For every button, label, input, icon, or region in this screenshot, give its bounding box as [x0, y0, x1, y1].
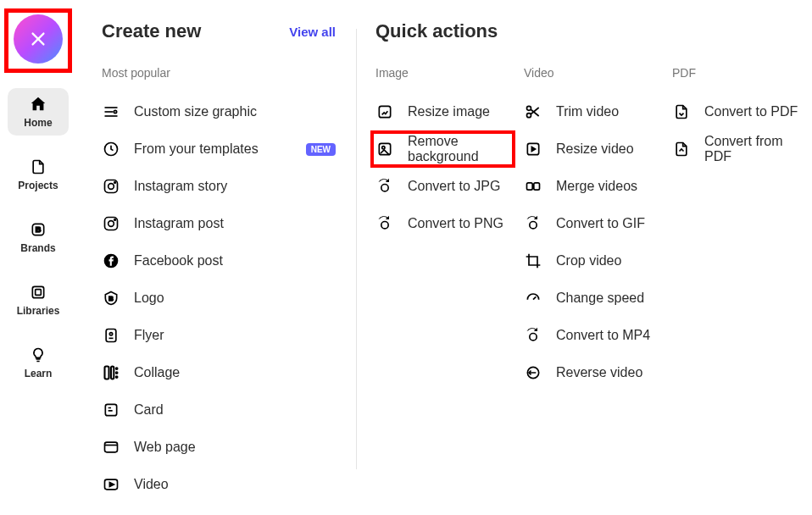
- item-label: Instagram story: [134, 179, 227, 194]
- create-item-custom-size[interactable]: Custom size graphic: [102, 93, 336, 130]
- close-button[interactable]: [14, 14, 63, 64]
- svg-rect-5: [36, 290, 42, 296]
- item-label: Card: [134, 402, 164, 418]
- svg-point-16: [114, 219, 116, 221]
- pdf-icon: [672, 140, 691, 158]
- item-label: Convert to JPG: [408, 179, 500, 194]
- nav-home[interactable]: Home: [8, 88, 69, 136]
- qa-convert-from-pdf[interactable]: Convert from PDF: [672, 130, 812, 168]
- svg-rect-23: [111, 367, 114, 379]
- qa-remove-background[interactable]: Remove background: [370, 130, 515, 168]
- view-all-link[interactable]: View all: [289, 25, 336, 39]
- svg-marker-31: [109, 483, 114, 487]
- qa-convert-mp4[interactable]: Convert to MP4: [524, 317, 664, 354]
- svg-point-20: [109, 333, 112, 335]
- qa-crop-video[interactable]: Crop video: [524, 242, 664, 280]
- svg-point-45: [530, 222, 537, 229]
- nav-learn[interactable]: Learn: [8, 339, 69, 386]
- item-label: Video: [134, 477, 169, 492]
- qa-convert-png[interactable]: Convert to PNG: [375, 205, 515, 242]
- qa-convert-jpg[interactable]: Convert to JPG: [375, 168, 515, 205]
- spacer: [524, 20, 664, 42]
- qa-reverse-video[interactable]: Reverse video: [524, 354, 664, 391]
- svg-text:B: B: [36, 225, 42, 234]
- instagram-icon: [102, 177, 120, 196]
- custom-size-icon: [102, 102, 120, 121]
- svg-rect-22: [105, 367, 109, 379]
- item-label: Custom size graphic: [134, 104, 257, 119]
- nav-projects[interactable]: Projects: [8, 151, 69, 198]
- svg-point-38: [527, 114, 531, 118]
- qa-resize-image[interactable]: Resize image: [375, 93, 515, 130]
- svg-text:B: B: [108, 295, 114, 302]
- svg-point-25: [116, 372, 118, 374]
- item-label: Instagram post: [134, 216, 224, 231]
- svg-point-24: [116, 368, 118, 369]
- create-title: Create new: [102, 20, 201, 42]
- item-label: Resize image: [408, 104, 490, 119]
- create-item-webpage[interactable]: Web page: [102, 429, 336, 466]
- create-item-ig-story[interactable]: Instagram story: [102, 168, 336, 205]
- quick-video-group: Video Trim video Resize video Merge vide…: [524, 20, 664, 515]
- item-label: Change speed: [556, 291, 644, 306]
- lightbulb-icon: [29, 346, 47, 364]
- create-item-ig-post[interactable]: Instagram post: [102, 205, 336, 242]
- crop-icon: [524, 252, 542, 270]
- item-label: Logo: [134, 291, 164, 306]
- nav-libraries[interactable]: Libraries: [8, 276, 69, 324]
- file-icon: [29, 158, 47, 176]
- svg-point-9: [114, 110, 116, 113]
- item-label: From your templates: [134, 141, 259, 157]
- speed-icon: [524, 289, 542, 307]
- item-label: Collage: [134, 365, 180, 380]
- nav-label: Learn: [25, 368, 53, 379]
- qa-trim-video[interactable]: Trim video: [524, 93, 664, 130]
- create-item-card[interactable]: Card: [102, 391, 336, 429]
- svg-rect-43: [527, 183, 533, 190]
- quick-actions-column: Quick actions Image Resize image Remove …: [357, 20, 812, 515]
- convert-icon: [524, 326, 542, 345]
- item-label: Trim video: [556, 104, 619, 119]
- webpage-icon: [102, 438, 120, 457]
- convert-icon: [375, 214, 394, 233]
- pdf-icon: [672, 102, 691, 121]
- new-badge: NEW: [306, 143, 336, 156]
- create-item-logo[interactable]: B Logo: [102, 280, 336, 317]
- qa-merge-videos[interactable]: Merge videos: [524, 168, 664, 205]
- qa-change-speed[interactable]: Change speed: [524, 280, 664, 317]
- svg-rect-44: [534, 183, 540, 190]
- main-panel: Create new View all Most popular Custom …: [76, 0, 812, 515]
- svg-point-13: [114, 182, 116, 184]
- create-item-collage[interactable]: Collage: [102, 354, 336, 391]
- create-item-templates[interactable]: From your templates NEW: [102, 130, 336, 168]
- create-item-flyer[interactable]: Flyer: [102, 317, 336, 354]
- nav-label: Projects: [18, 180, 58, 191]
- svg-rect-32: [379, 106, 390, 117]
- svg-line-46: [533, 296, 536, 299]
- qa-resize-video[interactable]: Resize video: [524, 130, 664, 168]
- item-label: Web page: [134, 440, 196, 455]
- item-label: Flyer: [134, 328, 164, 343]
- libraries-icon: [29, 283, 47, 302]
- nav-label: Libraries: [17, 305, 60, 317]
- item-label: Convert to PNG: [408, 216, 503, 231]
- svg-point-47: [530, 334, 537, 341]
- qa-convert-to-pdf[interactable]: Convert to PDF: [672, 93, 812, 130]
- quick-pdf-group: PDF Convert to PDF Convert from PDF: [672, 20, 812, 515]
- svg-point-26: [116, 376, 118, 378]
- item-label: Convert to GIF: [556, 216, 645, 231]
- brand-icon: B: [29, 220, 47, 239]
- svg-rect-28: [105, 442, 118, 452]
- nav-label: Home: [24, 117, 52, 129]
- facebook-icon: [102, 252, 120, 270]
- item-label: Facebook post: [134, 253, 223, 269]
- svg-point-36: [381, 222, 388, 229]
- nav-brands[interactable]: B Brands: [8, 213, 69, 261]
- create-item-fb-post[interactable]: Facebook post: [102, 242, 336, 280]
- create-item-video[interactable]: Video: [102, 466, 336, 503]
- close-highlight: [4, 8, 72, 73]
- qa-convert-gif[interactable]: Convert to GIF: [524, 205, 664, 242]
- svg-point-35: [381, 185, 388, 191]
- reverse-icon: [524, 363, 542, 382]
- scissors-icon: [524, 102, 542, 121]
